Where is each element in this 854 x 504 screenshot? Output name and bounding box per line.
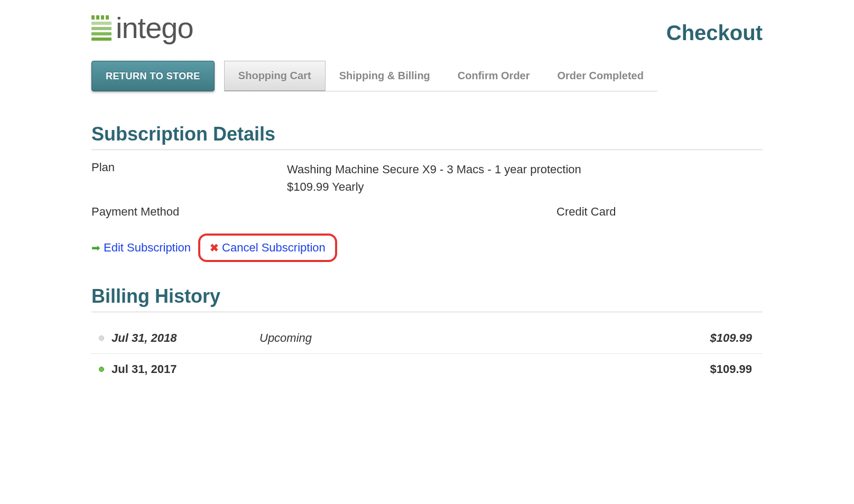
castle-icon xyxy=(91,15,112,41)
status-bullet-upcoming-icon xyxy=(99,335,104,341)
payment-method-value: Credit Card xyxy=(287,205,763,219)
tab-shopping-cart[interactable]: Shopping Cart xyxy=(224,61,326,91)
billing-amount: $109.99 xyxy=(710,331,763,345)
cancel-highlight-annotation: ✖ Cancel Subscription xyxy=(198,234,337,262)
checkout-steps-nav: RETURN TO STORE Shopping Cart Shipping &… xyxy=(91,61,763,91)
edit-subscription-label: Edit Subscription xyxy=(104,241,191,255)
tab-confirm-order[interactable]: Confirm Order xyxy=(444,61,544,91)
billing-status: Upcoming xyxy=(259,331,710,345)
brand-logo[interactable]: intego xyxy=(91,11,193,45)
billing-row: Jul 31, 2017 $109.99 xyxy=(91,354,763,385)
billing-history-heading: Billing History xyxy=(91,285,763,312)
plan-value: Washing Machine Secure X9 - 3 Macs - 1 y… xyxy=(287,161,763,195)
plan-label: Plan xyxy=(91,161,287,195)
billing-date: Jul 31, 2018 xyxy=(112,331,259,345)
subscription-details-heading: Subscription Details xyxy=(91,123,763,150)
status-bullet-paid-icon xyxy=(99,367,104,372)
arrow-right-icon: ➡ xyxy=(91,241,100,254)
page-header: intego Checkout xyxy=(91,11,763,45)
subscription-actions: ➡ Edit Subscription ✖ Cancel Subscriptio… xyxy=(91,234,763,262)
billing-row: Jul 31, 2018 Upcoming $109.99 xyxy=(91,323,763,354)
cancel-x-icon: ✖ xyxy=(210,241,219,254)
plan-name: Washing Machine Secure X9 - 3 Macs - 1 y… xyxy=(287,161,763,178)
return-to-store-button[interactable]: RETURN TO STORE xyxy=(91,61,215,91)
plan-price: $109.99 Yearly xyxy=(287,178,763,195)
payment-method-row: Payment Method Credit Card xyxy=(91,205,763,219)
payment-method-label: Payment Method xyxy=(91,205,287,219)
billing-date: Jul 31, 2017 xyxy=(112,362,259,376)
logo-text: intego xyxy=(116,11,193,45)
tab-shipping-billing[interactable]: Shipping & Billing xyxy=(326,61,444,91)
cancel-subscription-label: Cancel Subscription xyxy=(222,241,326,255)
checkout-title: Checkout xyxy=(666,21,763,45)
billing-amount: $109.99 xyxy=(710,362,763,376)
edit-subscription-link[interactable]: ➡ Edit Subscription xyxy=(91,241,191,255)
plan-row: Plan Washing Machine Secure X9 - 3 Macs … xyxy=(91,161,763,195)
tab-order-completed[interactable]: Order Completed xyxy=(544,61,657,91)
cancel-subscription-link[interactable]: ✖ Cancel Subscription xyxy=(210,241,326,255)
